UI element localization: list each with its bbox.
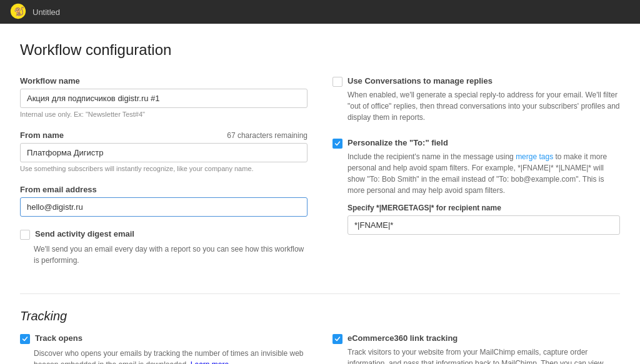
char-count: 67 characters remaining [227, 131, 308, 140]
workflow-name-input[interactable] [20, 89, 308, 108]
ecommerce-title: eCommerce360 link tracking [348, 333, 620, 343]
ecommerce-checkbox[interactable] [332, 334, 342, 344]
tracking-title: Tracking [20, 309, 620, 323]
tracking-left-col: Track opens Discover who opens your emai… [20, 333, 308, 364]
conversations-title: Use Conversations to manage replies [348, 76, 620, 86]
track-opens-item: Track opens Discover who opens your emai… [20, 333, 308, 364]
conversations-group: Use Conversations to manage replies When… [332, 76, 620, 123]
personalize-checkbox[interactable] [332, 139, 342, 149]
track-opens-learn-more[interactable]: Learn more [191, 360, 229, 364]
personalize-group: Personalize the "To:" field Include the … [332, 138, 620, 235]
workflow-name-label: Workflow name [20, 76, 308, 86]
tracking-section: Tracking Track opens Discover w [20, 309, 620, 364]
conversations-desc: When enabled, we'll generate a special r… [348, 89, 620, 123]
from-email-group: From email address [20, 185, 308, 217]
send-digest-desc: We'll send you an email every day with a… [34, 243, 308, 266]
workflow-name-group: Workflow name Internal use only. Ex: "Ne… [20, 76, 308, 118]
personalize-desc: Include the recipient's name in the mess… [348, 151, 620, 196]
logo: 🐒 [10, 3, 26, 21]
from-name-label: From name [20, 130, 64, 140]
ecommerce-desc: Track visitors to your website from your… [348, 347, 620, 364]
top-nav: 🐒 Untitled [0, 0, 640, 24]
send-digest-label: Send activity digest email [35, 229, 134, 239]
nav-title: Untitled [32, 7, 60, 17]
right-column: Use Conversations to manage replies When… [332, 76, 620, 278]
from-email-input[interactable] [20, 197, 308, 217]
from-name-group: From name 67 characters remaining Use so… [20, 130, 308, 172]
tracking-right-col: eCommerce360 link tracking Track visitor… [332, 333, 620, 364]
ecommerce-item: eCommerce360 link tracking Track visitor… [332, 333, 620, 364]
merge-tag-field-label: Specify *|MERGETAGS|* for recipient name [348, 204, 620, 212]
from-name-input[interactable] [20, 143, 308, 162]
left-column: Workflow name Internal use only. Ex: "Ne… [20, 76, 308, 278]
workflow-name-hint: Internal use only. Ex: "Newsletter Test#… [20, 111, 308, 118]
personalize-title: Personalize the "To:" field [348, 138, 620, 147]
merge-tag-input[interactable] [348, 215, 620, 235]
send-digest-group: Send activity digest email We'll send yo… [20, 229, 308, 266]
from-name-hint: Use something subscribers will instantly… [20, 165, 308, 172]
conversations-checkbox[interactable] [332, 77, 342, 87]
svg-text:🐒: 🐒 [14, 6, 25, 17]
from-email-label: From email address [20, 185, 308, 194]
track-opens-label: Track opens [35, 333, 82, 343]
section-divider [20, 293, 620, 294]
page-title: Workflow configuration [20, 41, 620, 59]
merge-tags-link[interactable]: merge tags [516, 152, 553, 161]
send-digest-checkbox[interactable] [20, 230, 30, 240]
track-opens-checkbox[interactable] [20, 334, 30, 344]
track-opens-desc: Discover who opens your emails by tracki… [34, 348, 308, 364]
